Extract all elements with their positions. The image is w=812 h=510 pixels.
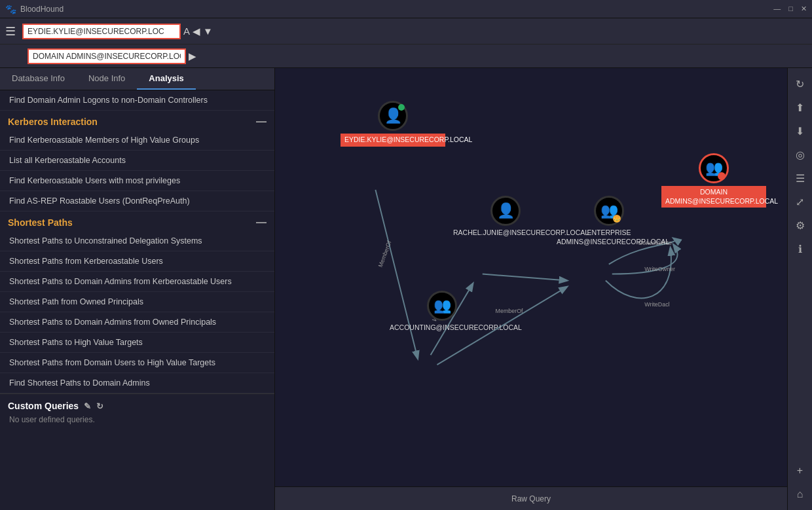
node-eydie[interactable]: 👤 EYDIE.KYLIE@INSECURECORP.LOCAL [341,101,445,147]
sidebar-content: Find Domain Admin Logons to non-Domain C… [0,90,274,510]
rs-home-button[interactable]: ⌂ [790,484,811,505]
list-item-sp5[interactable]: Shortest Paths to Domain Admins from Own… [0,312,274,333]
hamburger-button[interactable]: ☰ [5,24,16,39]
maximize-button[interactable]: □ [788,5,793,13]
custom-queries-edit-icon[interactable]: ✎ [84,401,91,411]
app-title: BloodHound [16,5,773,14]
prev-button[interactable]: ◀ [193,26,200,37]
list-item-sp4[interactable]: Shortest Path from Owned Principals [0,292,274,312]
search-input-1[interactable] [22,24,181,39]
section-shortest-paths-collapse[interactable]: — [256,217,267,228]
rs-settings-button[interactable]: ⚙ [790,215,811,236]
node-eydie-label: EYDIE.KYLIE@INSECURECORP.LOCAL [341,134,445,147]
tab-node-info[interactable]: Node Info [77,68,137,90]
rs-download-button[interactable]: ⬇ [790,120,811,141]
list-item-sp7[interactable]: Shortest Paths from Domain Users to High… [0,353,274,373]
right-sidebar: ↻ ⬆ ⬇ ◎ ☰ ⤢ ⚙ ℹ + ⌂ [787,68,812,510]
search-input-2[interactable] [28,48,186,64]
svg-text:WriteDacl: WriteDacl [644,301,669,308]
list-item-sp6[interactable]: Shortest Paths to High Value Targets [0,333,274,353]
custom-queries: Custom Queries ✎ ↻ No user defined queri… [0,393,274,428]
rs-plus-button[interactable]: + [790,460,811,481]
custom-queries-empty-text: No user defined queries. [8,415,267,424]
close-button[interactable]: ✕ [801,5,807,13]
list-item-k5[interactable]: Find AS-REP Roastable Users (DontReqPreA… [0,191,274,211]
rs-info-button[interactable]: ℹ [790,238,811,259]
rs-upload-button[interactable]: ⬆ [790,97,811,118]
graph-canvas[interactable]: MemberOf MemberOf WriteOwner WriteDacl W… [275,68,787,486]
list-item-sp8[interactable]: Find Shortest Paths to Domain Admins [0,373,274,393]
section-shortest-paths-label: Shortest Paths [8,217,73,228]
node-domain-admins[interactable]: 👥 DOMAIN ADMINS@INSECURECORP.LOCAL [661,153,766,208]
node-enterprise[interactable]: 👥 👑 ENTERPRISE ADMINS@INSECURECORP.LOCAL [557,196,661,246]
svg-text:MemberOf: MemberOf [496,308,524,314]
left-panel: Database Info Node Info Analysis Find Do… [0,68,275,510]
list-item-domain-admin-logons[interactable]: Find Domain Admin Logons to non-Domain C… [0,90,274,111]
section-shortest-paths: Shortest Paths — [0,211,274,231]
filter-button[interactable]: ▼ [203,26,213,37]
toolbar-row1: ☰ A ◀ ▼ [0,18,812,45]
svg-line-4 [483,274,567,281]
minimize-button[interactable]: — [773,5,781,13]
list-item-sp3[interactable]: Shortest Paths to Domain Admins from Ker… [0,272,274,292]
custom-queries-refresh-icon[interactable]: ↻ [96,401,103,411]
tabs: Database Info Node Info Analysis [0,68,274,90]
section-kerberos: Kerberos Interaction — [0,111,274,130]
section-kerberos-label: Kerberos Interaction [8,117,98,127]
rs-refresh-button[interactable]: ↻ [790,73,811,94]
tab-analysis[interactable]: Analysis [137,68,195,90]
node-accounting[interactable]: 👥 ACCOUNTING@INSECURECORP.LOCAL [390,291,494,333]
custom-queries-title-text: Custom Queries [8,401,79,411]
node-rachel-label: RACHEL.JUNIE@INSECURECORP.LOCAL [453,228,558,238]
path-icon-button[interactable]: A [183,26,190,37]
raw-query-bar[interactable]: Raw Query [275,486,787,510]
toolbar-row2: ▶ [0,45,812,68]
raw-query-label: Raw Query [511,494,551,503]
rs-target-button[interactable]: ◎ [790,144,811,165]
node-domain-admins-label: DOMAIN ADMINS@INSECURECORP.LOCAL [661,186,766,208]
list-item-k3[interactable]: List all Kerberoastable Accounts [0,151,274,171]
rs-chart-button[interactable]: ⤢ [790,191,811,212]
list-item-k2[interactable]: Find Kerberoastable Members of High Valu… [0,130,274,151]
tab-database-info[interactable]: Database Info [0,68,77,90]
run-button[interactable]: ▶ [189,50,196,62]
list-item-k4[interactable]: Find Kerberoastable Users with most priv… [0,171,274,191]
node-accounting-label: ACCOUNTING@INSECURECORP.LOCAL [390,323,494,333]
section-kerberos-collapse[interactable]: — [256,116,267,128]
svg-text:MemberOf: MemberOf [377,240,393,268]
titlebar: 🐾 BloodHound — □ ✕ [0,0,812,18]
node-enterprise-label: ENTERPRISE ADMINS@INSECURECORP.LOCAL [557,228,661,246]
app-icon: 🐾 [5,4,16,14]
svg-text:WriteOwner: WriteOwner [644,266,675,272]
svg-line-0 [375,190,417,358]
list-item-sp2[interactable]: Shortest Paths from Kerberoastable Users [0,251,274,272]
list-item-sp1[interactable]: Shortest Paths to Unconstrained Delegati… [0,231,274,251]
graph-panel: MemberOf MemberOf WriteOwner WriteDacl W… [275,68,787,510]
rs-list-button[interactable]: ☰ [790,168,811,189]
node-rachel[interactable]: 👤 RACHEL.JUNIE@INSECURECORP.LOCAL [453,196,558,238]
